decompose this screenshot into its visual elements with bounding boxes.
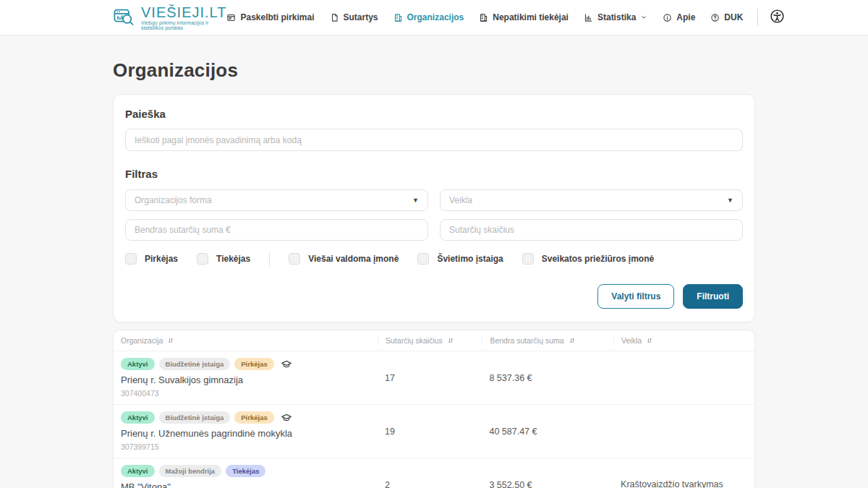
filter-input-bendras-sutarčių-suma[interactable] — [125, 219, 428, 241]
nav-item-sutartys[interactable]: Sutartys — [330, 12, 378, 22]
checkbox-box[interactable] — [289, 253, 300, 265]
status-badge: Aktyvi — [121, 358, 155, 370]
nav-item-organizacijos[interactable]: Organizacijos — [393, 12, 464, 22]
sort-arrows-icon — [167, 337, 174, 344]
org-row[interactable]: AktyviMažoji bendrijaTiekėjasMB "Vitona"… — [114, 458, 754, 488]
form-badge: Mažoji bendrija — [159, 465, 222, 477]
contracts-count: 17 — [378, 373, 482, 383]
search-window-icon — [113, 7, 135, 28]
building-icon — [393, 13, 403, 22]
org-row[interactable]: AktyviBiudžetinė įstaigaPirkėjasPrienų r… — [114, 351, 754, 404]
form-badge: Biudžetinė įstaiga — [159, 411, 231, 424]
checkbox-box[interactable] — [125, 253, 137, 265]
select-placeholder: Veikla — [449, 195, 472, 205]
contracts-count: 19 — [378, 427, 482, 437]
column-header-organizacija[interactable]: Organizacija — [114, 336, 378, 345]
column-header-bendra-sutarčių-suma[interactable]: Bendra sutarčių suma — [482, 336, 613, 345]
filter-heading: Filtras — [125, 168, 743, 180]
nav-item-nepatikimi-tiekėjai[interactable]: Nepatikimi tiekėjai — [479, 12, 569, 22]
select-placeholder: Organizacijos forma — [135, 195, 212, 205]
chevron-down-icon: ▼ — [727, 197, 733, 204]
checkbox-švietimo-įstaiga[interactable]: Švietimo įstaiga — [417, 253, 503, 265]
badge-group: AktyviBiudžetinė įstaigaPirkėjas — [121, 358, 370, 370]
nav-item-label: Organizacijos — [407, 12, 464, 22]
badge-group: AktyviMažoji bendrijaTiekėjas — [121, 465, 370, 477]
nav-item-statistika[interactable]: Statistika — [584, 12, 647, 22]
nav-item-label: DUK — [724, 12, 743, 22]
chart-icon — [584, 13, 593, 22]
filter-buttons: Valyti filtrus Filtruoti — [125, 284, 743, 312]
graduation-cap-icon — [281, 359, 292, 370]
org-row[interactable]: AktyviBiudžetinė įstaigaPirkėjasPrienų r… — [114, 404, 754, 458]
nav-item-label: Paskelbti pirkimai — [240, 12, 314, 22]
checkbox-tiekėjas[interactable]: Tiekėjas — [197, 253, 250, 265]
filter-input-sutarčių-skaičius[interactable] — [440, 219, 743, 241]
table-header: OrganizacijaSutarčių skaičiusBendra suta… — [114, 330, 754, 351]
checkbox-row: PirkėjasTiekėjasViešai valdoma įmonėŠvie… — [125, 252, 743, 266]
apply-filters-button[interactable]: Filtruoti — [683, 284, 743, 309]
newspaper-icon — [226, 13, 236, 22]
organizations-table: OrganizacijaSutarčių skaičiusBendra suta… — [113, 330, 755, 488]
checkbox-label: Pirkėjas — [145, 254, 178, 264]
checkbox-sveikatos-priežiūros-įmonė[interactable]: Sveikatos priežiūros įmonė — [522, 253, 654, 265]
filter-select-veikla[interactable]: Veikla▼ — [440, 189, 743, 211]
sort-arrows-icon — [447, 337, 454, 344]
filter-select-organizacijos-forma[interactable]: Organizacijos forma▼ — [125, 189, 428, 211]
checkbox-label: Viešai valdoma įmonė — [308, 254, 399, 264]
brand-tagline: Viešųjų pirkimų informacijos ir statisti… — [141, 20, 226, 30]
org-cell: AktyviBiudžetinė įstaigaPirkėjasPrienų r… — [114, 411, 378, 451]
graduation-cap-icon — [281, 412, 292, 424]
nav-list: Paskelbti pirkimaiSutartysOrganizacijosN… — [226, 12, 743, 22]
search-input[interactable] — [125, 129, 743, 151]
filter-card: Paieška Filtras Organizacijos forma▼Veik… — [113, 94, 755, 322]
checkbox-pirkėjas[interactable]: Pirkėjas — [125, 253, 178, 265]
filter-grid: Organizacijos forma▼Veikla▼ — [125, 189, 743, 241]
nav-item-label: Statistika — [597, 12, 636, 22]
checkbox-divider — [269, 252, 270, 266]
nav-item-label: Nepatikimi tiekėjai — [493, 12, 569, 22]
role-badge: Pirkėjas — [234, 358, 273, 370]
org-code: 307399715 — [121, 442, 370, 451]
nav-item-duk[interactable]: DUK — [710, 12, 743, 22]
checkbox-box[interactable] — [197, 253, 208, 265]
question-icon — [710, 13, 720, 22]
nav-item-paskelbti-pirkimai[interactable]: Paskelbti pirkimai — [226, 12, 314, 22]
checkbox-box[interactable] — [522, 253, 534, 265]
column-label: Organizacija — [121, 336, 163, 345]
chevron-down-icon: ▼ — [412, 197, 419, 204]
main-nav: Paskelbti pirkimaiSutartysOrganizacijosN… — [226, 9, 785, 26]
org-activity: Kraštovaizdžio tvarkymas — [613, 479, 754, 488]
checkbox-box[interactable] — [417, 253, 429, 265]
checkbox-label: Švietimo įstaiga — [437, 254, 503, 264]
role-badge: Tiekėjas — [226, 465, 265, 477]
logo-link[interactable]: VIEŠIEJI.LT Viešųjų pirkimų informacijos… — [113, 5, 226, 30]
sort-arrows-icon — [646, 337, 653, 344]
column-label: Veikla — [621, 336, 642, 345]
chevron-down-icon — [640, 14, 647, 21]
brand-name: VIEŠIEJI.LT — [141, 5, 226, 20]
checkbox-label: Sveikatos priežiūros įmonė — [542, 254, 654, 264]
contracts-sum: 8 537.36 € — [482, 373, 613, 383]
accessibility-icon — [770, 9, 785, 26]
search-heading: Paieška — [125, 108, 743, 120]
badge-group: AktyviBiudžetinė įstaigaPirkėjas — [121, 411, 370, 424]
clear-filters-button[interactable]: Valyti filtrus — [597, 284, 674, 309]
document-icon — [330, 13, 339, 22]
column-header-sutarčių-skaičius[interactable]: Sutarčių skaičius — [378, 336, 482, 345]
checkbox-viešai-valdoma-įmonė[interactable]: Viešai valdoma įmonė — [289, 253, 399, 265]
contracts-sum: 40 587.47 € — [482, 427, 613, 437]
column-label: Bendra sutarčių suma — [490, 336, 563, 345]
page-title: Organizacijos — [113, 59, 755, 82]
org-cell: AktyviBiudžetinė įstaigaPirkėjasPrienų r… — [114, 358, 378, 398]
role-badge: Pirkėjas — [234, 411, 273, 424]
nav-item-label: Apie — [676, 12, 695, 22]
org-name: Prienų r. Užnemunės pagrindinė mokykla — [121, 428, 370, 439]
column-header-veikla[interactable]: Veikla — [613, 336, 754, 345]
checkbox-label: Tiekėjas — [216, 254, 250, 264]
status-badge: Aktyvi — [121, 411, 155, 424]
nav-item-apie[interactable]: Apie — [663, 12, 695, 22]
accessibility-button[interactable] — [770, 9, 785, 26]
page-content: Organizacijos Paieška Filtras Organizaci… — [113, 59, 755, 488]
sort-arrows-icon — [569, 337, 576, 344]
info-icon — [663, 13, 672, 22]
